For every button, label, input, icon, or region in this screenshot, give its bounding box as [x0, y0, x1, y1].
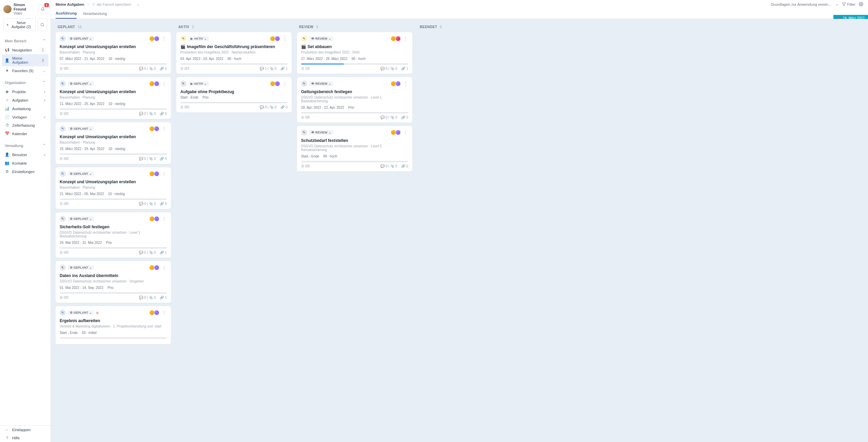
card-menu-button[interactable]: ⋮ — [403, 81, 408, 86]
attachment-icon: 📎 — [270, 105, 274, 109]
status-icon: ⚙ — [70, 82, 73, 85]
notifications-button[interactable]: 1 — [38, 5, 47, 14]
card-menu-button[interactable]: ⋮ — [403, 36, 408, 41]
column-header: BEENDET0 — [418, 24, 533, 32]
add-icon[interactable]: + — [44, 115, 46, 119]
card-menu-button[interactable]: ⋮ — [161, 216, 167, 221]
card-menu-button[interactable]: ⋮ — [282, 36, 288, 41]
sidebar-section-title: Mein Bereich — [5, 39, 26, 43]
chevron-down-icon[interactable]: ⌄ — [137, 2, 140, 6]
checklist-count: ☰ 0/0 — [301, 115, 310, 119]
task-card[interactable]: ✎ ⚙ GEPLANT ⌄ ⋮ Konzept und Umsetzungspl… — [56, 122, 171, 164]
status-pill[interactable]: 👁 REVIEW ⌄ — [309, 81, 333, 86]
svg-marker-2 — [842, 3, 846, 6]
comments-count: 💬 0 | 📎 0 — [139, 202, 156, 206]
context-text[interactable]: Grundlagen zur Anwendung verein… — [771, 2, 832, 6]
task-card[interactable]: ✎ ⚙ GEPLANT ⌄ ⋮ Konzept und Umsetzungspl… — [56, 77, 171, 119]
topbar-row-1: Meine Aufgaben | ☆ als Favorit speichern… — [51, 0, 868, 8]
card-menu-button[interactable]: ⋮ — [403, 130, 408, 135]
chevron-down-icon[interactable]: ⌄ — [835, 2, 839, 6]
status-pill[interactable]: ⚙ GEPLANT ⌄ — [68, 81, 94, 86]
sidebar-item[interactable]: ★Favoriten (9)⌄ — [0, 66, 51, 75]
task-card[interactable]: ✎ 👁 REVIEW ⌄ ⋮ 🎬Set abbauen Produktion d… — [297, 32, 412, 74]
card-breadcrumb: Bauvorhaben · Planung — [60, 96, 167, 99]
sidebar-item-label: Einstellungen — [12, 170, 35, 174]
status-icon: ⚙ — [70, 127, 73, 130]
status-pill[interactable]: ⚙ GEPLANT ⌄ — [68, 171, 94, 176]
sidebar-item[interactable]: 👤Benutzer+ — [0, 150, 51, 159]
status-pill[interactable]: ⚙ GEPLANT ⌄ — [68, 265, 94, 270]
card-menu-button[interactable]: ⋮ — [161, 310, 167, 315]
sidebar-section-header[interactable]: Mein Bereich⌃ — [0, 36, 51, 46]
task-card[interactable]: ✎ ⚙ GEPLANT ⌄ ⊘ ⋮ Ergebnis aufbereiten V… — [56, 306, 171, 344]
favorite-action[interactable]: ☆ als Favorit speichern — [92, 2, 131, 6]
user-info: Simon Freund Video — [14, 3, 36, 16]
search-button[interactable] — [38, 18, 47, 31]
sidebar-item[interactable]: 📊Auslastung — [0, 104, 51, 113]
task-card[interactable]: ✎ 👁 REVIEW ⌄ ⋮ Geltungsbereich festlegen… — [297, 77, 412, 123]
sidebar-item[interactable]: 📢Neuigkeiten1 — [0, 46, 51, 54]
comment-icon: 💬 — [260, 105, 264, 109]
task-card[interactable]: ✎ ⚙ GEPLANT ⌄ ⋮ Konzept und Umsetzungspl… — [56, 167, 171, 209]
settings-button[interactable] — [859, 2, 863, 6]
status-pill[interactable]: ⚙ GEPLANT ⌄ — [68, 126, 94, 131]
sidebar-item[interactable]: ◉Projekte+ — [0, 87, 51, 96]
sidebar-section-header[interactable]: Verwaltung⌃ — [0, 141, 51, 150]
status-pill[interactable]: ▶ AKTIV ⌄ — [189, 36, 209, 41]
card-progress — [60, 63, 167, 65]
status-pill[interactable]: ▶ AKTIV ⌄ — [189, 81, 209, 86]
task-card[interactable]: ✎ ▶ AKTIV ⌄ ⋮ Aufgabe ohne Projektbezug … — [176, 77, 292, 112]
card-avatars — [151, 216, 159, 222]
card-top: ✎ ⚙ GEPLANT ⌄ ⋮ — [60, 216, 167, 222]
phase-icon: ✎ — [60, 171, 66, 177]
sidebar-item[interactable]: 📄Vorlagen+ — [0, 113, 51, 121]
card-footer: ☰ 0/0 💬 8 | 📎 0 🔗 0 — [180, 105, 288, 109]
card-title: Konzept und Umsetzungsplan erstellen — [60, 134, 167, 139]
new-task-label: Neue Aufgabe (2) — [10, 21, 33, 29]
column-count: 0 — [440, 25, 442, 29]
column-count: 2 — [192, 25, 194, 29]
warning-icon: ⊘ — [96, 311, 99, 315]
card-menu-button[interactable]: ⋮ — [282, 81, 288, 86]
phase-icon: ✎ — [60, 216, 66, 222]
topbar-tabs: AusführungVerantwortung — [51, 8, 868, 19]
sidebar-item[interactable]: ⚙Einstellungen — [0, 167, 51, 176]
card-menu-button[interactable]: ⋮ — [161, 81, 167, 86]
bell-icon — [41, 7, 45, 11]
card-title: Konzept und Umsetzungsplan erstellen — [60, 180, 167, 184]
filter-button[interactable]: Filter — [842, 2, 855, 6]
task-card[interactable]: ✎ ▶ AKTIV ⌄ ⋮ 🎬Imagefilm der Geschäftsfü… — [176, 32, 292, 74]
task-card[interactable]: ✎ ⚙ GEPLANT ⌄ ⋮ Konzept und Umsetzungspl… — [56, 32, 171, 74]
add-icon[interactable]: + — [44, 90, 46, 94]
sidebar-section-header[interactable]: Organisation⌃ — [0, 78, 51, 87]
status-pill[interactable]: ⚙ GEPLANT ⌄ — [68, 310, 94, 315]
status-label: GEPLANT — [74, 127, 88, 130]
sidebar-footer-item[interactable]: ?Hilfe — [0, 434, 51, 442]
sidebar-item-icon: ⚙ — [5, 169, 9, 174]
add-icon[interactable]: + — [44, 98, 46, 102]
status-pill[interactable]: 👁 REVIEW ⌄ — [309, 36, 333, 41]
tab[interactable]: Ausführung — [56, 8, 77, 19]
sidebar-item[interactable]: ✓Aufgaben+ — [0, 96, 51, 104]
sidebar-item[interactable]: 📅Kalender — [0, 129, 51, 138]
checklist-count: ☰ 0/0 — [301, 164, 310, 168]
status-pill[interactable]: 👁 REVIEW ⌄ — [309, 130, 333, 135]
sidebar-item[interactable]: 👥Kontakte — [0, 159, 51, 167]
status-pill[interactable]: ⚙ GEPLANT ⌄ — [68, 36, 94, 41]
tab[interactable]: Verantwortung — [83, 9, 107, 18]
sidebar-item[interactable]: ⏱Zeiterfassung — [0, 121, 51, 129]
card-menu-button[interactable]: ⋮ — [161, 36, 167, 41]
card-menu-button[interactable]: ⋮ — [161, 171, 167, 176]
task-card[interactable]: ✎ 👁 REVIEW ⌄ ⋮ Schutzbedarf feststellen … — [297, 126, 412, 171]
task-card[interactable]: ✎ ⚙ GEPLANT ⌄ ⋮ Daten ins Ausland übermi… — [56, 261, 171, 303]
sidebar-footer-item[interactable]: ←Einklappen — [0, 426, 51, 434]
card-menu-button[interactable]: ⋮ — [161, 126, 167, 131]
status-pill[interactable]: ⚙ GEPLANT ⌄ — [68, 216, 94, 221]
new-task-button[interactable]: + Neue Aufgabe (2) — [3, 18, 36, 31]
user-avatar[interactable] — [3, 5, 12, 13]
sidebar-item[interactable]: 👤Meine Aufgaben3 — [2, 54, 48, 66]
card-menu-button[interactable]: ⋮ — [161, 265, 167, 270]
add-icon[interactable]: + — [44, 153, 46, 157]
task-card[interactable]: ✎ ⚙ GEPLANT ⌄ ⋮ Sicherheits-Soll festleg… — [56, 212, 171, 258]
sidebar-item-icon: 📊 — [5, 106, 9, 111]
